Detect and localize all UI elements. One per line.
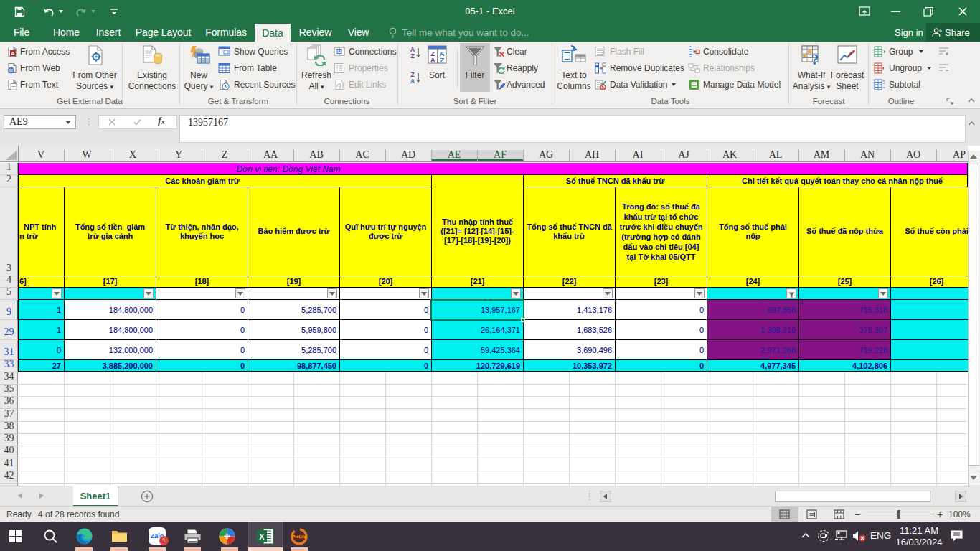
svg-text:Z: Z bbox=[410, 52, 414, 60]
svg-text:?: ? bbox=[811, 50, 819, 66]
svg-text:A: A bbox=[430, 56, 435, 64]
svg-text:Z: Z bbox=[440, 56, 444, 64]
svg-text:X: X bbox=[259, 532, 265, 541]
svg-text:A: A bbox=[410, 77, 415, 85]
svg-text:A: A bbox=[11, 50, 15, 57]
svg-text:ProLife: ProLife bbox=[293, 534, 306, 539]
